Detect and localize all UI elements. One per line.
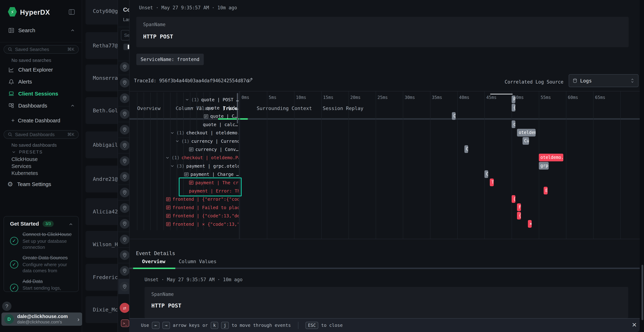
span-name-card: SpanName HTTP POST	[136, 17, 628, 47]
edit-trace-id-icon[interactable]	[248, 77, 253, 83]
plus-icon[interactable]: +	[11, 117, 15, 124]
chevron-down-icon[interactable]	[170, 164, 174, 168]
location-pin-icon[interactable]	[120, 140, 129, 150]
collapse-sidebar-icon[interactable]	[69, 9, 75, 15]
location-pin-icon[interactable]	[120, 109, 129, 119]
events-search-input[interactable]: Sea	[121, 30, 129, 40]
sidebar-item-alerts[interactable]: Alerts	[0, 76, 82, 87]
location-pin-icon[interactable]	[120, 282, 129, 292]
location-pin-icon[interactable]	[120, 235, 129, 244]
trace-tree-row[interactable]: currency | Conv…	[129, 145, 239, 154]
trace-span-bar[interactable]: {"	[512, 195, 516, 203]
right-arrow-key[interactable]: →	[162, 322, 170, 329]
user-menu[interactable]: D dale@clickhouse.com dale@clickhouse.co…	[2, 312, 82, 326]
esc-key[interactable]: ESC	[306, 322, 318, 329]
sidebar-item-search[interactable]: Search	[0, 25, 82, 36]
chevron-up-icon[interactable]	[70, 103, 75, 108]
location-pin-icon[interactable]	[120, 188, 129, 197]
session-name: Beth.Gol	[93, 108, 118, 114]
trace-span-bar[interactable]: Ch	[484, 170, 488, 178]
chevron-down-icon[interactable]	[185, 97, 190, 102]
chevron-up-icon[interactable]	[68, 222, 73, 227]
avatar: D	[4, 314, 14, 324]
console-error-icon[interactable]: >_	[121, 320, 129, 327]
location-pin-icon[interactable]	[120, 203, 129, 213]
sidebar-preset-item[interactable]: Services	[12, 163, 31, 169]
trace-tree-row[interactable]: frontend | × {"code":13,"d…	[129, 220, 239, 228]
sidebar-preset-item[interactable]: ClickHouse	[12, 156, 38, 162]
page-scrollbar[interactable]	[642, 265, 643, 320]
trace-span-bar[interactable]: oteldemo.	[539, 154, 563, 161]
trace-span-bar[interactable]: {"	[517, 212, 521, 220]
create-dashboard-button[interactable]: Create Dashboard	[18, 118, 60, 124]
tree-chart-divider[interactable]	[239, 92, 239, 239]
log-source-select[interactable]: Logs	[569, 74, 638, 87]
service-name-chip[interactable]: ServiceName: frontend	[136, 54, 204, 65]
get-started-item[interactable]: ✓Create Data SourcesConfigure where your…	[10, 255, 78, 274]
trace-span-bar[interactable]: ca	[512, 120, 516, 128]
span-child-count: (1)	[182, 139, 190, 144]
trace-span-bar[interactable]: Co	[464, 145, 468, 153]
trace-span-bar[interactable]: Fa	[517, 204, 521, 211]
trace-tree-row[interactable]: quote | C…	[129, 112, 239, 120]
location-pin-icon[interactable]	[120, 125, 129, 134]
location-pin-icon[interactable]	[120, 219, 129, 228]
location-pin-icon[interactable]	[120, 78, 129, 88]
trace-span-bar[interactable]: Er	[544, 187, 548, 194]
trace-tree-row[interactable]: frontend | {"code":13,"det…	[129, 212, 239, 220]
trace-tree-row[interactable]: (1)checkout | oteldemo.…	[129, 129, 239, 137]
shortcut-hint: ⌘K	[67, 47, 74, 52]
navigation-event-icon[interactable]: ⇄	[120, 303, 129, 313]
get-started-panel: Get Started 3/3 ✓Connect to ClickHouseSe…	[4, 216, 79, 292]
get-started-item[interactable]: ✓Connect to ClickHouseSet up your databa…	[10, 232, 78, 250]
j-key[interactable]: j	[221, 322, 228, 329]
chevron-down-icon[interactable]	[175, 139, 180, 144]
trace-span-bar[interactable]: C	[452, 112, 456, 120]
get-started-item[interactable]: ✓Add DataStart sending logs, metrics, or…	[10, 278, 78, 292]
k-key[interactable]: k	[211, 322, 218, 329]
location-pin-icon[interactable]	[120, 266, 129, 276]
trace-tree-row[interactable]: quote | calc…	[129, 120, 239, 128]
left-arrow-key[interactable]: ←	[152, 322, 160, 329]
location-pin-icon[interactable]	[120, 62, 129, 72]
chevron-down-icon[interactable]	[170, 130, 174, 135]
location-pin-icon[interactable]	[120, 156, 129, 166]
pin-row-divider	[118, 216, 129, 216]
chevron-down-icon[interactable]	[165, 156, 170, 160]
location-pin-icon[interactable]	[120, 94, 129, 103]
help-button[interactable]: ?	[2, 302, 12, 311]
saved-dashboards-input[interactable]: Saved Dashboards ⌘K	[4, 130, 79, 139]
sidebar-item-chart-explorer[interactable]: Chart Explorer	[0, 64, 82, 75]
trace-tree-row[interactable]: frontend | Failed to place…	[129, 204, 239, 212]
sidebar-item-client-sessions[interactable]: Client Sessions	[0, 88, 82, 99]
saved-searches-input[interactable]: Saved Searches ⌘K	[4, 45, 79, 54]
chevron-down-icon[interactable]	[190, 106, 194, 110]
trace-span-bar[interactable]: {cl	[512, 104, 516, 112]
trace-span-bar[interactable]: ×	[528, 220, 532, 228]
trace-tree-row[interactable]: (1)quote | POST …	[129, 96, 239, 104]
chevron-up-icon[interactable]	[70, 28, 75, 33]
tab-ed-column-values[interactable]: Column Values	[179, 259, 216, 264]
close-icon[interactable]: ✕	[632, 321, 637, 328]
panel-button[interactable]	[124, 44, 129, 50]
trace-span-bar[interactable]: POST	[512, 96, 516, 103]
trace-span-bar[interactable]: Th	[490, 178, 494, 186]
timeline-tick-label: 55ms	[540, 95, 551, 100]
trace-tree-row[interactable]: (1)currency | Currenc…	[129, 137, 239, 145]
trace-tree-row[interactable]: payment | Charge …	[129, 170, 239, 178]
presets-toggle[interactable]: PRESETS	[12, 150, 43, 154]
trace-tree-row[interactable]: (1)checkout | oteldemo.Pa…	[129, 154, 239, 162]
location-pin-icon[interactable]	[120, 250, 129, 260]
sidebar-preset-item[interactable]: Kubernetes	[12, 170, 38, 176]
trace-span-bar[interactable]: oteldemo.	[517, 129, 536, 136]
trace-tree-row[interactable]: (3)payment | grpc.oteld…	[129, 162, 239, 170]
trace-span-bar[interactable]: Curren	[522, 137, 529, 145]
timeline-tick-label: 45ms	[486, 95, 496, 100]
tab-ed-overview[interactable]: Overview	[142, 259, 165, 264]
sidebar-item-team-settings[interactable]: ⚙ Team Settings	[0, 179, 82, 190]
trace-tree-row[interactable]: (2)quote | {cl…	[129, 104, 239, 112]
location-pin-icon[interactable]	[120, 172, 129, 182]
sidebar-item-dashboards[interactable]: Dashboards	[0, 100, 82, 111]
trace-span-bar[interactable]: grpc	[539, 162, 549, 170]
chevron-right-icon: ›	[78, 316, 80, 323]
